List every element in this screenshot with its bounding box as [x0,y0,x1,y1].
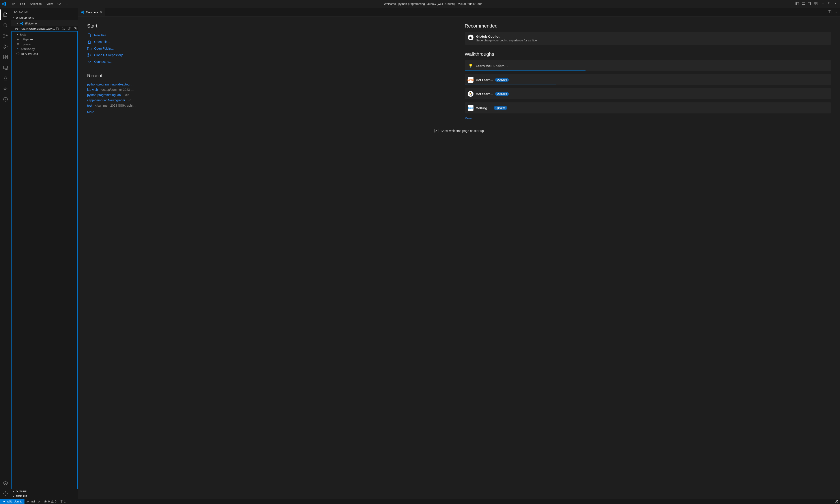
chevron-right-icon [12,490,15,493]
start-open-folder[interactable]: Open Folder... [87,45,453,52]
tab-welcome[interactable]: Welcome ✕ [78,8,105,16]
recent-item[interactable]: lab-web~/capp/summer-2023 … [87,87,453,92]
menu-selection[interactable]: Selection [28,1,44,6]
start-heading: Start [87,23,453,29]
activity-source-control[interactable] [0,31,11,41]
show-on-startup-checkbox[interactable]: ✓ [434,129,439,133]
open-file-icon [87,40,91,44]
more-actions-icon[interactable]: ··· [835,10,837,14]
close-icon[interactable]: ✕ [16,22,19,25]
outline-section[interactable]: OUTLINE [11,489,78,494]
close-icon[interactable]: ✕ [100,11,102,14]
menu-more[interactable]: ··· [64,1,71,6]
card-title: Learn the Fundam… [476,64,508,68]
start-clone-repo[interactable]: Clone Git Repository... [87,52,453,58]
activity-run-debug[interactable] [0,41,11,52]
activity-docker[interactable] [0,84,11,94]
split-editor-icon[interactable] [828,10,832,14]
welcome-page: Start New File... Open File... Open F [78,17,840,499]
folder-icon [87,46,91,51]
activity-settings[interactable] [0,488,11,499]
title-bar: File Edit Selection View Go ··· Welcome … [0,0,840,8]
status-branch[interactable]: main [24,499,42,504]
menu-file[interactable]: File [8,1,17,6]
svg-rect-3 [802,4,805,5]
start-new-file[interactable]: New File... [87,32,453,39]
maximize-icon[interactable] [828,2,832,6]
activity-explorer[interactable] [0,10,11,20]
tree-file-gitignore[interactable]: ◈ .gitignore [12,37,78,42]
svg-rect-9 [816,4,817,5]
workspace-section[interactable]: PYTHON-PROGRAMMING-LAUNAG [WSL: UBUNTU] [11,26,78,31]
svg-point-13 [3,37,5,38]
walkthroughs-more[interactable]: More... [465,116,474,120]
start-open-file[interactable]: Open File... [87,39,453,45]
activity-live-share[interactable] [0,94,11,105]
recent-item[interactable]: python-programming-lab-autogr… [87,82,453,87]
tab-label: Welcome [86,11,98,14]
start-connect-to[interactable]: Connect to... [87,58,453,65]
collapse-all-icon[interactable] [73,27,77,31]
new-file-icon [87,33,91,37]
walkthrough-jupyter[interactable]: jupyter Get Start… Updated [465,74,831,85]
tree-folder-tests[interactable]: tests [12,32,78,37]
recent-more[interactable]: More... [87,110,97,114]
open-editor-welcome[interactable]: ✕ Welcome [11,20,78,26]
sync-icon [37,500,40,503]
status-feedback[interactable] [833,499,840,504]
layout-sidebar-left-icon[interactable] [795,2,800,6]
start-item-label: Clone Git Repository... [94,53,125,57]
new-folder-icon[interactable] [62,27,65,31]
activity-extensions[interactable] [0,52,11,62]
sidebar-more-icon[interactable]: ··· [72,10,75,13]
status-ports[interactable]: 1 [58,499,68,504]
activity-testing[interactable] [0,73,11,84]
status-problems[interactable]: 0 0 [42,499,58,504]
refresh-icon[interactable] [68,27,71,31]
svg-rect-1 [796,2,797,5]
menu-edit[interactable]: Edit [18,1,27,6]
outline-label: OUTLINE [16,490,27,493]
tree-file-pylintrc[interactable]: ≡ .pylintrc [12,42,78,47]
editor-area: Welcome ✕ ··· Start New File... [78,8,840,499]
tree-file-readme[interactable]: ⓘ README.md [12,51,78,56]
walkthrough-docker[interactable]: docker Getting … Updated [465,103,831,113]
chevron-down-icon [12,17,15,19]
recent-item[interactable]: capp-camp-lab4-autograder~/… [87,97,453,103]
close-icon[interactable]: ✕ [834,2,838,6]
minimize-icon[interactable]: ─ [822,2,826,6]
recent-item[interactable]: test~/summer_2023 [SSH: uchi… [87,103,453,108]
open-editors-label: OPEN EDITORS [16,17,34,19]
customize-layout-icon[interactable] [814,2,818,6]
window-title: Welcome - python-programming-LaunaG [WSL… [71,2,795,5]
recent-item[interactable]: python-programming-lab~/ca… [87,92,453,97]
activity-remote-explorer[interactable] [0,62,11,73]
updated-badge: Updated [495,92,509,96]
menu-go[interactable]: Go [55,1,64,6]
walkthrough-fundamentals[interactable]: 💡 Learn the Fundam… [465,60,831,71]
svg-point-35 [61,501,62,501]
walkthrough-linux[interactable]: 🐧 Get Start… Updated [465,88,831,100]
status-errors-count: 0 [48,500,50,503]
status-remote[interactable]: WSL: Ubuntu [0,499,24,504]
show-on-startup-label: Show welcome page on startup [441,129,484,132]
recommended-copilot-card[interactable]: ◉ GitHub Copilot Supercharge your coding… [465,32,831,45]
layout-panel-icon[interactable] [802,2,806,6]
timeline-section[interactable]: TIMELINE [11,494,78,499]
error-icon [44,500,47,503]
activity-search[interactable] [0,20,11,31]
svg-point-25 [5,493,6,494]
layout-sidebar-right-icon[interactable] [808,2,812,6]
sidebar-header: EXPLORER ··· [11,8,78,15]
vscode-icon [20,22,23,25]
menu-view[interactable]: View [44,1,55,6]
tree-item-label: tests [20,33,26,36]
activity-accounts[interactable] [0,478,11,488]
open-editors-section[interactable]: OPEN EDITORS [11,15,78,20]
tree-item-label: .gitignore [21,38,33,41]
linux-icon: 🐧 [468,91,474,97]
warning-icon [51,500,54,503]
jupyter-icon: jupyter [468,77,474,83]
tree-file-practice-py[interactable]: ⚬ practice.py [12,47,78,51]
new-file-icon[interactable] [56,27,59,31]
